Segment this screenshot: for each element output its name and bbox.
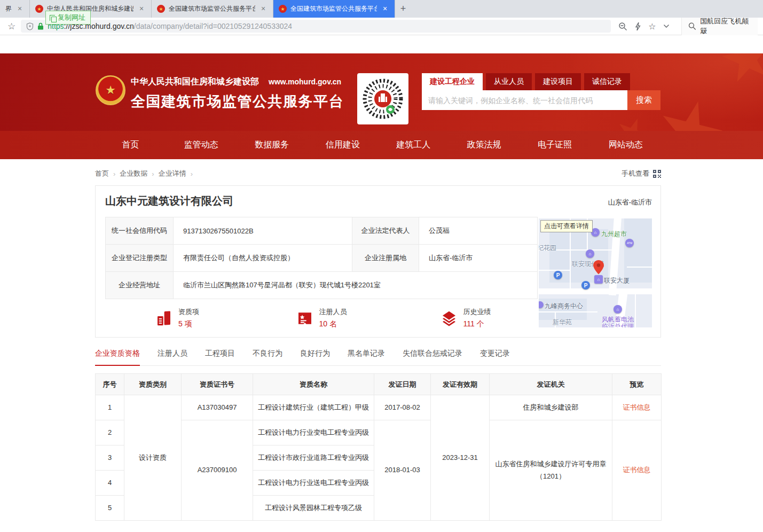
map-label-supermarket: 九州超市 [601,230,627,239]
emblem-favicon-icon [279,5,287,13]
map-label-business-center: 九峰商务中心 [545,302,583,311]
parking-icon: P [554,271,562,279]
tab-blacklist[interactable]: 黑名单记录 [348,349,385,365]
parking-icon: P [581,281,590,290]
location-map[interactable]: 点击可查看详情 ⌂ 九州超市 ATM 纪花园 ⌂ 联安现代城 ⌂ 联安大厦 P … [539,218,652,327]
stat-label: 注册人员 [319,307,347,317]
issuing-authority: 住房和城乡建设部 [490,395,612,420]
nav-item-workers[interactable]: 建筑工人 [378,131,449,159]
nav-item-home[interactable]: 首页 [95,131,166,159]
address-bar[interactable]: https://jzsc.mohurd.gov.cn/data/company/… [21,20,611,33]
breadcrumb-company-detail[interactable]: 企业详情 [159,169,186,178]
tab-registered-personnel[interactable]: 注册人员 [158,349,187,365]
nav-item-data-service[interactable]: 数据服务 [237,131,308,159]
browser-url-bar: https://jzsc.mohurd.gov.cn/data/company/… [0,18,763,35]
row-no: 3 [96,445,124,471]
keyword-search-input[interactable] [422,90,627,110]
company-region: 山东省-临沂市 [608,198,652,207]
tab-title: 全国建筑市场监管公共服务平台 [290,4,377,13]
search-tab-project[interactable]: 建设项目 [535,73,581,90]
close-icon[interactable] [259,5,268,13]
qualification-name: 工程设计电力行业变电工程专业丙级 [253,420,374,445]
lock-icon [37,22,44,30]
legal-rep-value: 公茂福 [419,217,538,245]
tab-title: 全国建筑市场监管公共服务平台 [169,4,255,13]
hot-search-text: 国航回应飞机颠簸 [700,17,751,36]
tab-bad-behavior[interactable]: 不良行为 [253,349,282,365]
map-label-battery-2: 临沂总代理 [602,322,634,327]
search-tab-credit[interactable]: 诚信记录 [584,73,630,90]
search-button[interactable]: 搜索 [627,90,660,110]
detail-tabs: 企业资质资格 注册人员 工程项目 不良行为 良好行为 黑名单记录 失信联合惩戒记… [95,349,661,366]
nav-item-credit[interactable]: 信用建设 [308,131,379,159]
stat-label: 资质项 [178,307,199,317]
close-icon[interactable] [137,5,146,13]
stat-qualifications[interactable]: 资质项 5 项 [105,307,249,329]
favorite-star-icon[interactable] [648,21,656,32]
browser-search-box[interactable]: 国航回应飞机颠簸 [681,18,758,35]
copy-url-label: 复制网址 [58,13,85,22]
breadcrumb-home[interactable]: 首页 [95,169,109,178]
new-tab-button[interactable] [395,0,411,18]
close-icon[interactable] [15,5,24,13]
tab-dishonesty-records[interactable]: 失信联合惩戒记录 [403,349,462,365]
nav-item-policy[interactable]: 政策法规 [449,131,520,159]
tab-projects[interactable]: 工程项目 [205,349,235,365]
stat-historical-performance[interactable]: 历史业绩 111 个 [394,307,538,329]
tab-good-behavior[interactable]: 良好行为 [300,349,330,365]
cert-no: A237009100 [182,420,253,521]
browser-tab-partial[interactable]: 界 [0,0,30,18]
map-block [624,218,652,283]
nav-item-site-news[interactable]: 网站动态 [591,131,662,159]
bookmark-star-icon[interactable] [7,21,15,32]
browser-tab-bar: 界 中华人民共和国住房和城乡建设 全国建筑市场监管公共服务平台 全国建筑市场监管… [0,0,763,18]
tab-qualifications[interactable]: 企业资质资格 [95,349,140,365]
chevron-right-icon [152,170,154,178]
mobile-view-label: 手机查看 [622,169,649,178]
certificate-info-link[interactable]: 证书信息 [623,466,651,474]
copy-icon [50,15,55,21]
map-tooltip: 点击可查看详情 [540,220,593,232]
chevron-down-icon[interactable] [663,24,670,28]
col-header: 序号 [96,374,124,395]
parking-label: P [584,283,588,288]
stat-value: 5 项 [178,319,199,329]
browser-tab-jzsc-1[interactable]: 全国建筑市场监管公共服务平台 [152,0,273,18]
qr-pattern-icon [360,76,405,121]
site-nav: 首页 监管动态 数据服务 信用建设 建筑工人 政策法规 电子证照 网站动态 [0,131,763,159]
red-location-pin-icon [593,260,604,275]
map-road [539,270,571,271]
nav-item-e-license[interactable]: 电子证照 [520,131,591,159]
qualification-name: 工程设计风景园林工程专项乙级 [253,496,374,521]
header-search-module: 建设工程企业 从业人员 建设项目 诚信记录 搜索 [422,73,660,110]
row-no: 2 [96,420,124,445]
certificate-info-link[interactable]: 证书信息 [623,403,651,411]
company-name: 山东中元建筑设计有限公司 [105,194,652,208]
company-stats: 资质项 5 项 注册人员 10 名 [105,307,538,329]
close-icon[interactable] [381,5,389,13]
site-titles: 中华人民共和国住房和城乡建设部 www.mohurd.gov.cn 全国建筑市场… [131,76,344,111]
map-label-xinhuayuan: 新华苑 [553,318,572,327]
platform-title: 全国建筑市场监管公共服务平台 [131,92,344,111]
search-tab-personnel[interactable]: 从业人员 [486,73,532,90]
company-summary-panel: 山东中元建筑设计有限公司 山东省-临沂市 统一社会信用代码 9137130267… [95,185,661,338]
stat-registered-personnel[interactable]: 注册人员 10 名 [249,307,394,329]
tower-poi-icon: ⌂ [594,275,603,284]
mobile-view-link[interactable]: 手机查看 [622,169,661,178]
tab-change-records[interactable]: 变更记录 [480,349,510,365]
company-info-table: 统一社会信用代码 91371302675501022B 企业法定代表人 公茂福 … [105,217,538,299]
search-tab-enterprise[interactable]: 建设工程企业 [422,73,483,90]
certificate-icon [296,310,313,327]
browser-tab-jzsc-active[interactable]: 全国建筑市场监管公共服务平台 [273,0,395,18]
map-road [539,311,597,312]
field-label: 企业经营地址 [106,272,174,299]
breadcrumb-company-data[interactable]: 企业数据 [120,169,147,178]
lightning-icon[interactable] [634,22,641,31]
tab-title: 界 [5,4,12,13]
stat-label: 历史业绩 [463,307,491,317]
field-label: 企业注册属地 [352,245,419,272]
qualification-name: 工程设计建筑行业（建筑工程）甲级 [253,395,374,420]
stat-value: 10 名 [319,319,347,329]
nav-item-supervision[interactable]: 监管动态 [166,131,237,159]
zoom-out-icon[interactable] [618,22,627,31]
